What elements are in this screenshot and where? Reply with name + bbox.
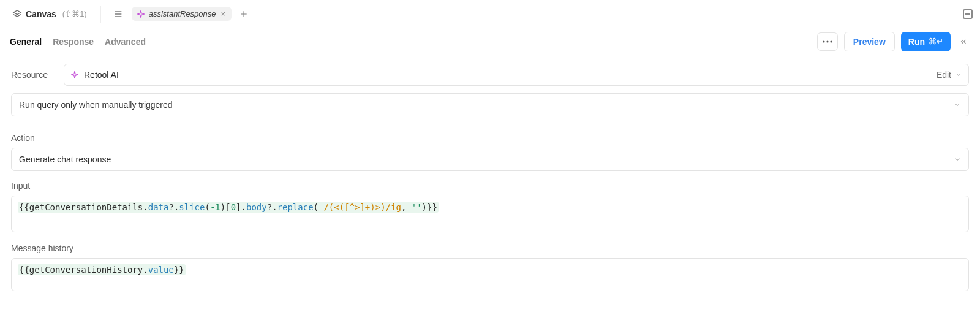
action-select[interactable]: Generate chat response — [11, 148, 969, 171]
preview-button[interactable]: Preview — [844, 32, 895, 51]
message-history-label: Message history — [11, 243, 969, 253]
svg-point-8 — [830, 40, 832, 42]
more-options-button[interactable] — [817, 32, 838, 51]
action-label: Action — [11, 133, 969, 143]
canvas-shortcut: (⇧⌘1) — [62, 9, 87, 18]
sub-tabs-bar: General Response Advanced Preview Run ⌘↵ — [0, 28, 980, 55]
trigger-mode-select[interactable]: Run query only when manually triggered — [11, 93, 969, 116]
query-tab-label: assistantResponse — [149, 9, 216, 18]
resource-select[interactable]: Retool AI Edit — [64, 64, 969, 86]
add-tab-button[interactable] — [236, 7, 251, 21]
chevron-down-icon — [954, 101, 961, 108]
tab-general[interactable]: General — [10, 37, 42, 47]
query-tab-assistant-response[interactable]: assistantResponse × — [132, 7, 232, 21]
sparkle-icon — [137, 10, 145, 18]
svg-marker-0 — [13, 10, 21, 15]
action-value: Generate chat response — [19, 154, 111, 164]
query-editor-body: Resource Retool AI Edit Ru — [0, 55, 980, 306]
resource-row: Resource Retool AI Edit — [11, 64, 969, 86]
run-shortcut: ⌘↵ — [929, 37, 943, 46]
trigger-mode-value: Run query only when manually triggered — [19, 100, 173, 110]
run-button-label: Run — [908, 37, 925, 47]
run-button[interactable]: Run ⌘↵ — [901, 32, 951, 51]
close-icon[interactable]: × — [220, 9, 227, 18]
resource-label: Resource — [11, 70, 55, 80]
canvas-toggle[interactable]: Canvas (⇧⌘1) — [7, 7, 92, 21]
edit-label: Edit — [937, 70, 951, 80]
top-bar: Canvas (⇧⌘1) assistantResponse × — [0, 0, 980, 28]
collapse-panel-icon[interactable] — [957, 37, 970, 46]
tab-advanced[interactable]: Advanced — [105, 37, 146, 47]
input-code-editor[interactable]: {{getConversationDetails.data?.slice(-1)… — [11, 196, 969, 232]
canvas-label: Canvas — [26, 9, 56, 19]
svg-point-6 — [823, 40, 824, 42]
sparkle-icon — [70, 70, 79, 79]
separator — [100, 6, 101, 23]
divider — [11, 123, 969, 123]
chevron-down-icon — [954, 156, 961, 163]
resource-name: Retool AI — [84, 70, 119, 80]
message-history-code-editor[interactable]: {{getConversationHistory.value}} — [11, 258, 969, 291]
panel-collapse-icon[interactable] — [963, 9, 973, 19]
chevron-down-icon — [955, 71, 962, 78]
menu-icon[interactable] — [110, 6, 127, 23]
layers-icon — [12, 9, 22, 19]
resource-edit-button[interactable]: Edit — [937, 70, 962, 80]
tab-response[interactable]: Response — [53, 37, 94, 47]
input-label: Input — [11, 181, 969, 191]
svg-point-7 — [826, 40, 828, 42]
